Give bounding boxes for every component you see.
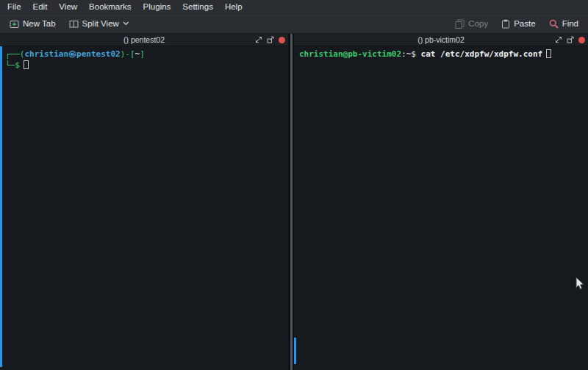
close-split-button[interactable]	[578, 37, 585, 43]
menu-help[interactable]: Help	[219, 0, 248, 13]
maximize-split-icon[interactable]	[555, 36, 562, 43]
konsole-window: FileEditViewBookmarksPluginsSettingsHelp…	[0, 0, 588, 370]
prompt-frame-mid: )-[	[121, 49, 135, 59]
chevron-down-icon	[123, 21, 129, 26]
right-scrollbar[interactable]	[294, 338, 296, 364]
left-pane-title: () pentest02	[123, 35, 165, 44]
prompt-frame-open: ┌──(	[5, 49, 25, 59]
menu-plugins[interactable]: Plugins	[137, 0, 177, 13]
toolbar: New Tab Split View Copy Paste Find	[0, 14, 588, 34]
prompt-user-host: christian㉿pentest02	[25, 49, 121, 59]
terminal-prompt-line2: └─$	[5, 60, 285, 71]
detach-tab-icon[interactable]	[267, 36, 274, 43]
typed-command: cat /etc/xdpfw/xdpfw.conf	[421, 49, 543, 59]
toolbar-right-group: Copy Paste Find	[450, 17, 584, 31]
terminal-cursor	[546, 49, 551, 58]
right-pane-title: () pb-victim02	[417, 35, 465, 44]
menu-view[interactable]: View	[53, 0, 83, 13]
copy-icon	[455, 19, 465, 29]
left-pane-header[interactable]: () pentest02	[0, 34, 288, 46]
menu-settings[interactable]: Settings	[176, 0, 219, 13]
paste-icon	[501, 19, 510, 29]
left-terminal[interactable]: ┌──(christian㉿pentest02)-[~] └─$	[0, 46, 288, 370]
split-view-icon	[69, 19, 79, 29]
new-tab-icon	[10, 19, 19, 29]
right-pane-header[interactable]: () pb-victim02	[294, 34, 588, 46]
copy-label: Copy	[468, 19, 488, 28]
menu-file[interactable]: File	[1, 0, 27, 13]
paste-button[interactable]: Paste	[496, 17, 540, 31]
splitter-handle	[290, 34, 293, 370]
menu-edit[interactable]: Edit	[27, 0, 54, 13]
prompt-path: :~$	[401, 49, 421, 59]
terminal-command-line: christian@pb-victim02:~$ cat /etc/xdpfw/…	[299, 49, 585, 60]
terminal-prompt-line1: ┌──(christian㉿pentest02)-[~]	[5, 49, 285, 60]
split-view-area: () pentest02 ┌──(christian㉿pentest02)-[~…	[0, 34, 588, 370]
right-pane: () pb-victim02 christian@pb-victim02:~$ …	[294, 34, 588, 370]
toolbar-left-group: New Tab Split View	[4, 17, 135, 31]
right-terminal[interactable]: christian@pb-victim02:~$ cat /etc/xdpfw/…	[294, 46, 588, 370]
left-header-icons	[255, 34, 285, 46]
prompt-frame-close: ]	[140, 49, 145, 59]
copy-button[interactable]: Copy	[450, 17, 493, 31]
left-pane: () pentest02 ┌──(christian㉿pentest02)-[~…	[0, 34, 288, 370]
close-split-button[interactable]	[279, 37, 285, 43]
maximize-split-icon[interactable]	[255, 36, 262, 43]
pane-splitter[interactable]	[288, 34, 294, 370]
left-scrollbar[interactable]	[0, 46, 2, 367]
new-tab-label: New Tab	[23, 19, 56, 28]
menu-bookmarks[interactable]: Bookmarks	[83, 0, 137, 13]
menu-bar: FileEditViewBookmarksPluginsSettingsHelp	[0, 0, 588, 14]
find-button[interactable]: Find	[544, 17, 584, 31]
split-view-label: Split View	[82, 19, 119, 28]
detach-tab-icon[interactable]	[567, 36, 574, 43]
split-view-button[interactable]: Split View	[64, 17, 135, 31]
terminal-cursor	[24, 60, 29, 69]
new-tab-button[interactable]: New Tab	[4, 17, 61, 31]
paste-label: Paste	[514, 19, 535, 28]
prompt-user-host: christian@pb-victim02	[299, 49, 401, 59]
prompt-dollar: └─$	[5, 60, 20, 70]
right-header-icons	[555, 34, 585, 46]
search-icon	[549, 19, 559, 29]
find-label: Find	[562, 19, 578, 28]
